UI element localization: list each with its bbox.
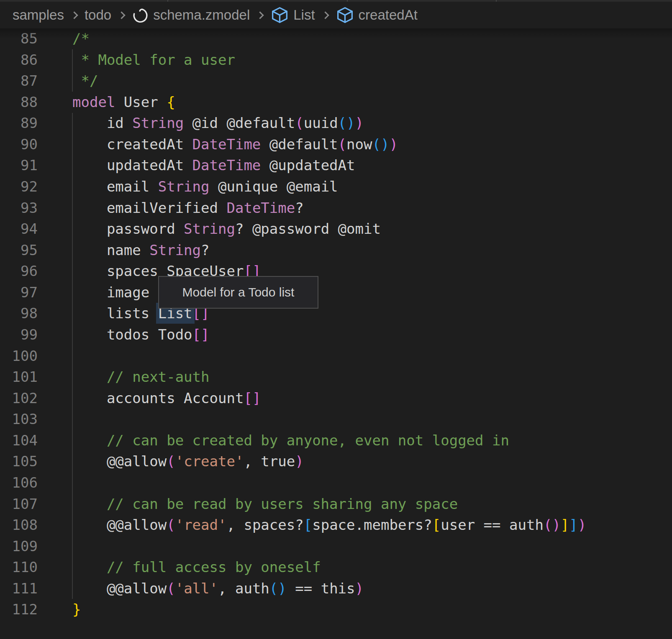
code-line-content[interactable]: /* bbox=[72, 28, 90, 49]
code-token: User bbox=[115, 94, 167, 110]
code-line-content[interactable]: password String? @password @omit bbox=[72, 218, 381, 240]
code-token: ( bbox=[167, 516, 175, 533]
line-number[interactable]: 105 bbox=[0, 451, 38, 472]
code-line-108: 108 @@allow('read', spaces?[space.member… bbox=[0, 514, 672, 536]
line-number[interactable]: 95 bbox=[0, 240, 38, 261]
code-token: String bbox=[132, 115, 184, 131]
code-token: createdAt bbox=[72, 136, 192, 153]
line-number[interactable]: 92 bbox=[0, 176, 38, 197]
code-line-content[interactable]: emailVerified DateTime? bbox=[72, 197, 304, 219]
line-number[interactable]: 93 bbox=[0, 197, 38, 219]
line-number[interactable]: 101 bbox=[0, 366, 38, 388]
code-token: , auth bbox=[218, 580, 269, 597]
line-number[interactable]: 109 bbox=[0, 536, 38, 557]
code-token: lists bbox=[72, 305, 158, 322]
vscode-editor-window: samplestodoschema.zmodelListcreatedAt 85… bbox=[0, 0, 672, 639]
code-token: [] bbox=[244, 390, 261, 406]
code-token: @@allow bbox=[72, 453, 167, 470]
code-line-content[interactable]: updatedAt DateTime @updatedAt bbox=[72, 155, 355, 176]
code-line-content[interactable]: accounts Account[] bbox=[72, 388, 261, 409]
line-number[interactable]: 86 bbox=[0, 49, 38, 71]
code-token: { bbox=[167, 94, 175, 110]
code-line-content[interactable]: // next-auth bbox=[72, 366, 210, 388]
line-number[interactable]: 100 bbox=[0, 345, 38, 367]
code-line-content[interactable]: email String @unique @email bbox=[72, 176, 338, 197]
code-line-content[interactable]: @@allow('read', spaces?[space.members?[u… bbox=[72, 514, 586, 536]
code-token: String bbox=[158, 178, 210, 195]
line-number[interactable]: 91 bbox=[0, 155, 38, 176]
code-line-content[interactable]: // can be created by anyone, even not lo… bbox=[72, 430, 509, 451]
line-number[interactable]: 104 bbox=[0, 430, 38, 451]
code-token: ( bbox=[167, 453, 175, 470]
code-token: user == auth bbox=[441, 516, 544, 533]
line-number[interactable]: 88 bbox=[0, 92, 38, 113]
line-number[interactable]: 87 bbox=[0, 70, 38, 92]
code-line-112: 112} bbox=[0, 599, 672, 620]
code-line-105: 105 @@allow('create', true) bbox=[0, 451, 672, 472]
code-line-content[interactable]: todos Todo[] bbox=[72, 324, 210, 345]
code-token: model bbox=[72, 94, 115, 110]
code-line-96: 96 spaces SpaceUser[] bbox=[0, 261, 672, 282]
code-token: // can be created by anyone, even not lo… bbox=[72, 432, 509, 449]
line-number[interactable]: 97 bbox=[0, 282, 38, 303]
line-number[interactable]: 98 bbox=[0, 303, 38, 324]
line-number[interactable]: 94 bbox=[0, 218, 38, 240]
code-line-106: 106 bbox=[0, 472, 672, 493]
code-token: @@allow bbox=[72, 580, 167, 597]
line-number[interactable]: 110 bbox=[0, 557, 38, 578]
code-token: () bbox=[269, 580, 287, 597]
line-number[interactable]: 89 bbox=[0, 112, 38, 134]
code-token: ) bbox=[295, 453, 303, 470]
code-token: ( bbox=[295, 115, 303, 131]
code-token: */ bbox=[72, 72, 98, 89]
code-line-97: 97 image bbox=[0, 282, 672, 303]
code-line-98: 98 lists List[] bbox=[0, 303, 672, 324]
code-line-102: 102 accounts Account[] bbox=[0, 388, 672, 409]
code-line-content[interactable]: id String @id @default(uuid()) bbox=[72, 112, 364, 134]
code-line-content[interactable]: @@allow('all', auth() == this) bbox=[72, 578, 364, 599]
code-line-content[interactable]: image bbox=[72, 282, 149, 303]
code-line-content[interactable]: name String? bbox=[72, 240, 210, 261]
code-line-91: 91 updatedAt DateTime @updatedAt bbox=[0, 155, 672, 176]
code-token: } bbox=[72, 601, 81, 618]
line-number[interactable]: 108 bbox=[0, 514, 38, 536]
line-number[interactable]: 96 bbox=[0, 261, 38, 282]
line-number[interactable]: 85 bbox=[0, 28, 38, 49]
line-number[interactable]: 106 bbox=[0, 472, 38, 493]
line-number[interactable]: 112 bbox=[0, 599, 38, 620]
code-line-content[interactable]: */ bbox=[72, 70, 98, 92]
code-token: , true bbox=[244, 453, 295, 470]
line-number[interactable]: 102 bbox=[0, 388, 38, 409]
code-line-85: 85/* bbox=[0, 28, 672, 49]
code-token: ) bbox=[578, 516, 586, 533]
code-line-107: 107 // can be read by users sharing any … bbox=[0, 493, 672, 515]
code-token: todos Todo bbox=[72, 326, 192, 343]
code-line-87: 87 */ bbox=[0, 70, 672, 92]
code-token: space.members? bbox=[312, 516, 432, 533]
code-line-content[interactable]: // full access by oneself bbox=[72, 557, 321, 578]
code-line-86: 86 * Model for a user bbox=[0, 49, 672, 71]
line-number[interactable]: 99 bbox=[0, 324, 38, 345]
code-token: name bbox=[72, 242, 149, 258]
code-token: ( bbox=[338, 136, 346, 153]
code-token: ? bbox=[295, 199, 303, 216]
code-token: ( bbox=[167, 580, 175, 597]
code-line-content[interactable]: createdAt DateTime @default(now()) bbox=[72, 134, 398, 155]
line-number[interactable]: 107 bbox=[0, 493, 38, 515]
code-editor: 85/*86 * Model for a user87 */88model Us… bbox=[0, 0, 672, 639]
line-number[interactable]: 103 bbox=[0, 409, 38, 430]
code-line-content[interactable]: * Model for a user bbox=[72, 49, 235, 71]
code-token: [ bbox=[432, 516, 441, 533]
code-line-content[interactable]: // can be read by users sharing any spac… bbox=[72, 493, 458, 515]
code-token: /* bbox=[72, 30, 90, 47]
code-token: 'all' bbox=[175, 580, 218, 597]
line-number[interactable]: 111 bbox=[0, 578, 38, 599]
code-line-content[interactable]: } bbox=[72, 599, 81, 620]
code-token: // can be read by users sharing any spac… bbox=[72, 496, 458, 512]
code-line-94: 94 password String? @password @omit bbox=[0, 218, 672, 240]
line-number[interactable]: 90 bbox=[0, 134, 38, 155]
code-line-content[interactable]: model User { bbox=[72, 92, 175, 113]
code-token: id bbox=[72, 115, 132, 131]
code-line-content[interactable]: @@allow('create', true) bbox=[72, 451, 304, 472]
code-line-95: 95 name String? bbox=[0, 240, 672, 261]
